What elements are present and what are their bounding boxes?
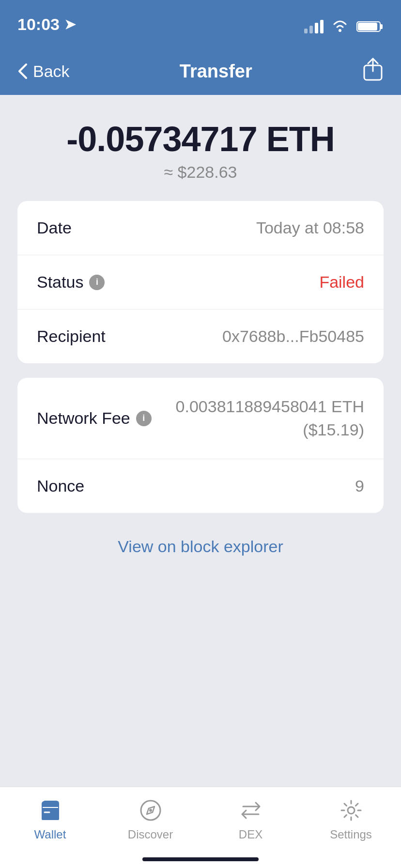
discover-tab-label: Discover [128, 828, 173, 841]
svg-point-7 [348, 807, 355, 814]
status-icons [304, 19, 384, 34]
block-explorer-link[interactable]: View on block explorer [118, 537, 283, 556]
date-value: Today at 08:58 [256, 218, 364, 237]
recipient-row: Recipient 0x7688b...Fb50485 [17, 310, 384, 363]
signal-icon [304, 20, 324, 33]
status-bar: 10:03 ➤ [0, 0, 401, 43]
back-chevron-icon [17, 62, 28, 80]
fee-info-icon[interactable]: i [136, 411, 152, 426]
settings-tab-label: Settings [330, 828, 372, 841]
svg-point-0 [339, 29, 341, 32]
back-button[interactable]: Back [17, 62, 70, 81]
tab-discover[interactable]: Discover [100, 797, 200, 841]
block-explorer-section: View on block explorer [17, 527, 384, 566]
status-row: Status i Failed [17, 255, 384, 310]
wallet-tab-icon [37, 797, 64, 824]
network-fee-row: Network Fee i 0.003811889458041 ETH ($15… [17, 378, 384, 459]
network-fee-value: 0.003811889458041 ETH ($15.19) [176, 395, 364, 441]
amount-eth: -0.05734717 ETH [17, 119, 384, 159]
recipient-value: 0x7688b...Fb50485 [222, 327, 364, 346]
tab-settings[interactable]: Settings [301, 797, 401, 841]
share-icon [362, 57, 384, 82]
svg-point-6 [149, 809, 152, 812]
tab-bar: Wallet Discover DEX [0, 787, 401, 868]
back-label: Back [33, 62, 70, 81]
main-content: -0.05734717 ETH ≈ $228.63 Date Today at … [0, 95, 401, 566]
amount-section: -0.05734717 ETH ≈ $228.63 [17, 119, 384, 182]
status-label: Status i [37, 273, 105, 292]
share-button[interactable] [362, 57, 384, 86]
nonce-row: Nonce 9 [17, 459, 384, 513]
location-icon: ➤ [64, 16, 76, 32]
settings-tab-icon [338, 797, 365, 824]
status-info-icon[interactable]: i [89, 275, 105, 290]
time-label: 10:03 [17, 15, 60, 34]
tab-wallet[interactable]: Wallet [0, 797, 100, 841]
amount-usd: ≈ $228.63 [17, 163, 384, 182]
network-fee-label: Network Fee i [37, 409, 152, 428]
recipient-label: Recipient [37, 327, 106, 346]
status-time: 10:03 ➤ [17, 15, 76, 34]
status-value: Failed [319, 273, 364, 292]
wallet-tab-label: Wallet [34, 828, 66, 841]
dex-tab-label: DEX [239, 828, 262, 841]
fees-card: Network Fee i 0.003811889458041 ETH ($15… [17, 378, 384, 513]
svg-rect-3 [358, 23, 377, 31]
svg-rect-2 [380, 24, 383, 29]
dex-tab-icon [237, 797, 264, 824]
wifi-icon [330, 19, 350, 34]
date-row: Date Today at 08:58 [17, 201, 384, 255]
nonce-label: Nonce [37, 477, 84, 496]
details-card: Date Today at 08:58 Status i Failed Reci… [17, 201, 384, 363]
nonce-value: 9 [355, 477, 364, 496]
battery-icon [356, 20, 384, 33]
home-indicator [142, 857, 259, 861]
discover-tab-icon [137, 797, 164, 824]
date-label: Date [37, 218, 72, 237]
nav-title: Transfer [180, 61, 252, 82]
nav-bar: Back Transfer [0, 43, 401, 95]
tab-dex[interactable]: DEX [200, 797, 301, 841]
